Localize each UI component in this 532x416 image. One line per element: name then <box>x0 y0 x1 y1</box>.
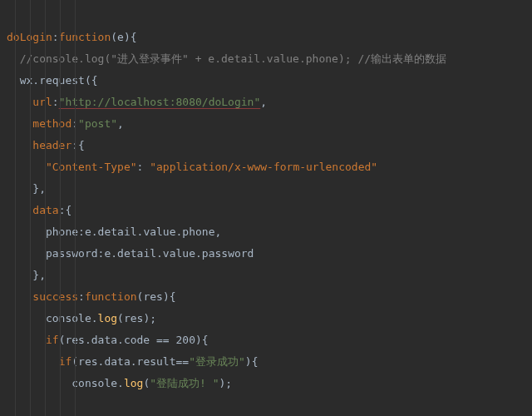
prop-key: success <box>32 290 78 303</box>
header-key: "Content-Type" <box>46 161 137 173</box>
prop-key: method <box>32 117 71 130</box>
code-line: if(res.data.code == 200){ <box>7 334 209 346</box>
comment-tail: //输出表单的数据 <box>352 52 446 65</box>
code-line: console.log(res); <box>7 312 156 324</box>
code-line: }, <box>7 182 46 195</box>
code-line: phone:e.detail.value.phone, <box>7 225 221 238</box>
code-line: password:e.detail.value.password <box>7 247 254 260</box>
code-line: "Content-Type": "application/x-www-form-… <box>7 161 377 173</box>
code-line: method:"post", <box>7 117 124 130</box>
code-line: success:function(res){ <box>7 290 176 303</box>
code-line: doLogin:function(e){ <box>7 31 137 43</box>
code-line: if(res.data.result=="登录成功"){ <box>7 355 258 368</box>
keyword-function: function <box>59 31 111 43</box>
prop-key: header <box>32 139 71 151</box>
url-string: "http://localhost:8080/doLogin" <box>59 96 261 108</box>
code-line: url:"http://localhost:8080/doLogin", <box>7 96 267 108</box>
func-name: doLogin <box>7 31 52 43</box>
header-val: "application/x-www-form-urlencoded" <box>150 161 377 173</box>
code-line <box>7 399 13 411</box>
code-line: //console.log("进入登录事件" + e.detail.value.… <box>7 52 446 65</box>
prop-key: data <box>32 204 58 216</box>
log-call: log <box>124 377 143 389</box>
comment: //console.log("进入登录事件" + e.detail.value.… <box>20 52 352 65</box>
code-line: }, <box>7 269 46 281</box>
log-call: log <box>98 312 117 324</box>
prop-key: url <box>32 96 52 108</box>
code-line: wx.request({ <box>7 74 98 87</box>
code-line: data:{ <box>7 204 71 216</box>
code-line: header:{ <box>7 139 85 151</box>
code-editor[interactable]: doLogin:function(e){ //console.log("进入登录… <box>0 0 532 416</box>
code-line: console.log("登陆成功! "); <box>7 377 232 389</box>
